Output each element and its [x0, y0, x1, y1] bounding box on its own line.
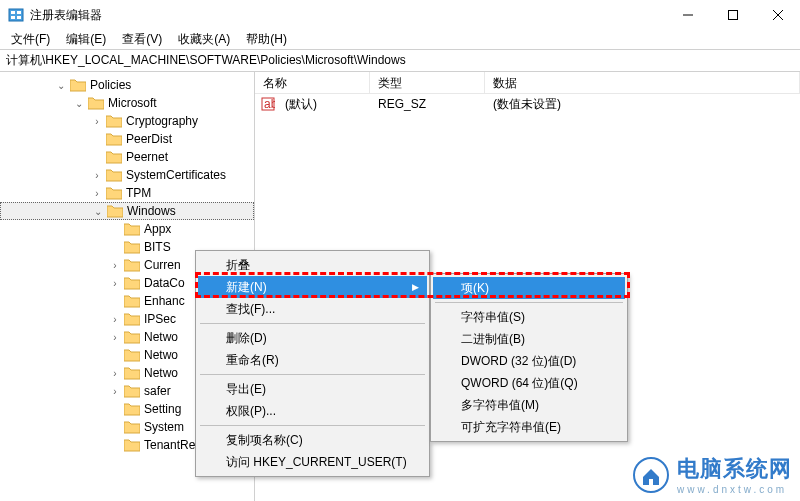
menu-view[interactable]: 查看(V) — [115, 29, 169, 50]
menu-edit[interactable]: 编辑(E) — [59, 29, 113, 50]
menu-help[interactable]: 帮助(H) — [239, 29, 294, 50]
folder-icon — [124, 438, 140, 452]
watermark: 电脑系统网 www.dnxtw.com — [633, 454, 792, 495]
maximize-button[interactable] — [710, 0, 755, 30]
svg-rect-2 — [17, 11, 21, 14]
tree-node[interactable]: PeerDist — [0, 130, 254, 148]
menu-file[interactable]: 文件(F) — [4, 29, 57, 50]
expand-icon[interactable]: › — [108, 314, 122, 325]
ctx-new-qword[interactable]: QWORD (64 位)值(Q) — [433, 372, 625, 394]
separator — [200, 374, 425, 375]
tree-node[interactable]: Peernet — [0, 148, 254, 166]
svg-rect-6 — [728, 11, 737, 20]
submenu-arrow-icon: ▶ — [412, 282, 419, 292]
folder-icon — [124, 294, 140, 308]
folder-icon — [124, 276, 140, 290]
svg-rect-3 — [11, 16, 15, 19]
folder-icon — [106, 150, 122, 164]
folder-icon — [106, 168, 122, 182]
col-type[interactable]: 类型 — [370, 72, 485, 93]
expand-icon[interactable]: ⌄ — [54, 80, 68, 91]
list-row-default[interactable]: ab (默认) REG_SZ (数值未设置) — [255, 94, 800, 114]
tree-node[interactable]: ›TPM — [0, 184, 254, 202]
expand-icon[interactable]: › — [108, 278, 122, 289]
tree-node-policies[interactable]: ⌄Policies — [0, 76, 254, 94]
string-value-icon: ab — [261, 97, 275, 111]
folder-icon — [70, 78, 86, 92]
ctx-rename[interactable]: 重命名(R) — [198, 349, 427, 371]
folder-icon — [124, 420, 140, 434]
expand-icon[interactable]: › — [90, 116, 104, 127]
separator — [435, 302, 623, 303]
ctx-new-expand[interactable]: 可扩充字符串值(E) — [433, 416, 625, 438]
ctx-perm[interactable]: 权限(P)... — [198, 400, 427, 422]
svg-rect-12 — [649, 479, 653, 485]
ctx-delete[interactable]: 删除(D) — [198, 327, 427, 349]
separator — [200, 425, 425, 426]
ctx-new-multi[interactable]: 多字符串值(M) — [433, 394, 625, 416]
svg-rect-0 — [9, 9, 23, 21]
tree-node-windows-selected[interactable]: ⌄Windows — [0, 202, 254, 220]
close-button[interactable] — [755, 0, 800, 30]
list-header: 名称 类型 数据 — [255, 72, 800, 94]
folder-icon — [124, 348, 140, 362]
svg-rect-1 — [11, 11, 15, 14]
tree-node[interactable]: Appx — [0, 220, 254, 238]
expand-icon[interactable]: › — [108, 386, 122, 397]
ctx-new-string[interactable]: 字符串值(S) — [433, 306, 625, 328]
folder-icon — [124, 240, 140, 254]
folder-icon — [88, 96, 104, 110]
menu-fav[interactable]: 收藏夹(A) — [171, 29, 237, 50]
expand-icon[interactable]: › — [90, 188, 104, 199]
folder-icon — [124, 258, 140, 272]
folder-icon — [124, 366, 140, 380]
menu-bar: 文件(F) 编辑(E) 查看(V) 收藏夹(A) 帮助(H) — [0, 30, 800, 50]
folder-icon — [124, 222, 140, 236]
expand-icon[interactable]: › — [108, 368, 122, 379]
ctx-copy[interactable]: 复制项名称(C) — [198, 429, 427, 451]
expand-icon[interactable]: ⌄ — [72, 98, 86, 109]
folder-icon — [124, 402, 140, 416]
context-submenu-new: 项(K) 字符串值(S) 二进制值(B) DWORD (32 位)值(D) QW… — [430, 273, 628, 442]
tree-node-microsoft[interactable]: ⌄Microsoft — [0, 94, 254, 112]
folder-icon — [124, 312, 140, 326]
window-title: 注册表编辑器 — [30, 7, 665, 24]
svg-text:ab: ab — [264, 97, 275, 111]
ctx-collapse[interactable]: 折叠 — [198, 254, 427, 276]
expand-icon[interactable]: › — [108, 260, 122, 271]
ctx-new[interactable]: 新建(N)▶ — [198, 276, 427, 298]
address-bar[interactable]: 计算机\HKEY_LOCAL_MACHINE\SOFTWARE\Policies… — [0, 50, 800, 72]
folder-icon — [124, 330, 140, 344]
folder-icon — [106, 132, 122, 146]
app-icon — [8, 7, 24, 23]
folder-icon — [106, 114, 122, 128]
col-data[interactable]: 数据 — [485, 72, 800, 93]
ctx-find[interactable]: 查找(F)... — [198, 298, 427, 320]
ctx-export[interactable]: 导出(E) — [198, 378, 427, 400]
ctx-new-binary[interactable]: 二进制值(B) — [433, 328, 625, 350]
ctx-new-dword[interactable]: DWORD (32 位)值(D) — [433, 350, 625, 372]
svg-rect-4 — [17, 16, 21, 19]
ctx-goto[interactable]: 访问 HKEY_CURRENT_USER(T) — [198, 451, 427, 473]
ctx-new-key[interactable]: 项(K) — [433, 277, 625, 299]
tree-node[interactable]: ›Cryptography — [0, 112, 254, 130]
tree-node[interactable]: ›SystemCertificates — [0, 166, 254, 184]
minimize-button[interactable] — [665, 0, 710, 30]
folder-icon — [124, 384, 140, 398]
expand-icon[interactable]: › — [90, 170, 104, 181]
separator — [200, 323, 425, 324]
expand-icon[interactable]: › — [108, 332, 122, 343]
folder-icon — [107, 204, 123, 218]
col-name[interactable]: 名称 — [255, 72, 370, 93]
expand-icon[interactable]: ⌄ — [91, 206, 105, 217]
folder-icon — [106, 186, 122, 200]
context-menu: 折叠 新建(N)▶ 查找(F)... 删除(D) 重命名(R) 导出(E) 权限… — [195, 250, 430, 477]
watermark-icon — [633, 457, 669, 493]
